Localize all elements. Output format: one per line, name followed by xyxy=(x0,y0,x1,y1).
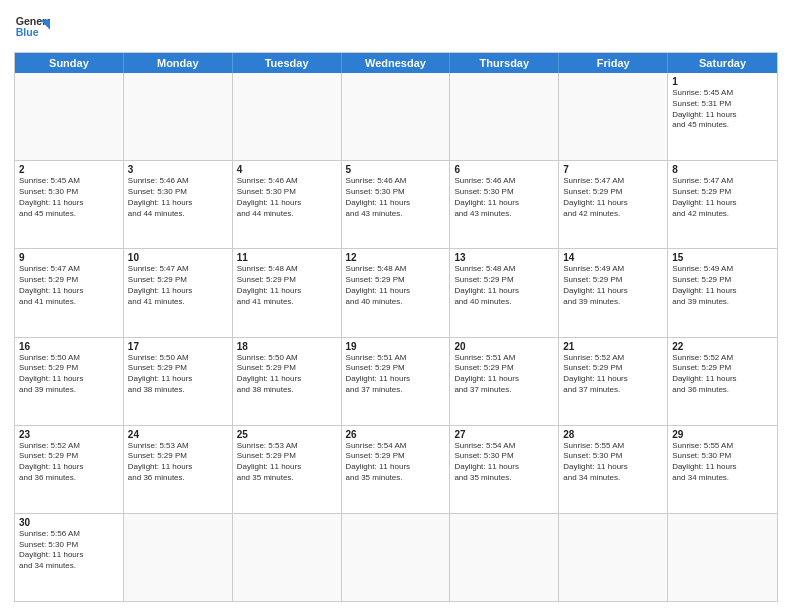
calendar-cell xyxy=(342,73,451,160)
calendar-cell: 2Sunrise: 5:45 AM Sunset: 5:30 PM Daylig… xyxy=(15,161,124,248)
day-info: Sunrise: 5:52 AM Sunset: 5:29 PM Dayligh… xyxy=(19,441,119,484)
weekday-header: Monday xyxy=(124,53,233,73)
calendar-cell: 24Sunrise: 5:53 AM Sunset: 5:29 PM Dayli… xyxy=(124,426,233,513)
day-number: 21 xyxy=(563,341,663,352)
calendar-cell: 25Sunrise: 5:53 AM Sunset: 5:29 PM Dayli… xyxy=(233,426,342,513)
calendar-cell: 18Sunrise: 5:50 AM Sunset: 5:29 PM Dayli… xyxy=(233,338,342,425)
day-number: 5 xyxy=(346,164,446,175)
calendar-cell: 27Sunrise: 5:54 AM Sunset: 5:30 PM Dayli… xyxy=(450,426,559,513)
day-number: 28 xyxy=(563,429,663,440)
day-number: 29 xyxy=(672,429,773,440)
day-info: Sunrise: 5:47 AM Sunset: 5:29 PM Dayligh… xyxy=(128,264,228,307)
calendar-cell: 17Sunrise: 5:50 AM Sunset: 5:29 PM Dayli… xyxy=(124,338,233,425)
calendar-cell xyxy=(124,73,233,160)
day-number: 2 xyxy=(19,164,119,175)
day-number: 24 xyxy=(128,429,228,440)
calendar-cell: 15Sunrise: 5:49 AM Sunset: 5:29 PM Dayli… xyxy=(668,249,777,336)
day-number: 7 xyxy=(563,164,663,175)
calendar-cell: 8Sunrise: 5:47 AM Sunset: 5:29 PM Daylig… xyxy=(668,161,777,248)
day-info: Sunrise: 5:45 AM Sunset: 5:31 PM Dayligh… xyxy=(672,88,773,131)
day-number: 4 xyxy=(237,164,337,175)
calendar-row: 23Sunrise: 5:52 AM Sunset: 5:29 PM Dayli… xyxy=(15,425,777,513)
generalblue-logo-icon: General Blue xyxy=(14,10,50,46)
calendar-row: 2Sunrise: 5:45 AM Sunset: 5:30 PM Daylig… xyxy=(15,160,777,248)
day-info: Sunrise: 5:47 AM Sunset: 5:29 PM Dayligh… xyxy=(672,176,773,219)
calendar-cell xyxy=(450,73,559,160)
day-info: Sunrise: 5:49 AM Sunset: 5:29 PM Dayligh… xyxy=(563,264,663,307)
weekday-header: Wednesday xyxy=(342,53,451,73)
calendar-cell: 7Sunrise: 5:47 AM Sunset: 5:29 PM Daylig… xyxy=(559,161,668,248)
day-number: 27 xyxy=(454,429,554,440)
calendar-row: 30Sunrise: 5:56 AM Sunset: 5:30 PM Dayli… xyxy=(15,513,777,601)
calendar-cell: 11Sunrise: 5:48 AM Sunset: 5:29 PM Dayli… xyxy=(233,249,342,336)
calendar-cell xyxy=(559,514,668,601)
calendar-cell: 14Sunrise: 5:49 AM Sunset: 5:29 PM Dayli… xyxy=(559,249,668,336)
day-info: Sunrise: 5:48 AM Sunset: 5:29 PM Dayligh… xyxy=(237,264,337,307)
calendar-cell xyxy=(668,514,777,601)
day-info: Sunrise: 5:47 AM Sunset: 5:29 PM Dayligh… xyxy=(563,176,663,219)
calendar-cell: 3Sunrise: 5:46 AM Sunset: 5:30 PM Daylig… xyxy=(124,161,233,248)
day-number: 9 xyxy=(19,252,119,263)
calendar-cell: 9Sunrise: 5:47 AM Sunset: 5:29 PM Daylig… xyxy=(15,249,124,336)
calendar: SundayMondayTuesdayWednesdayThursdayFrid… xyxy=(14,52,778,602)
day-info: Sunrise: 5:54 AM Sunset: 5:29 PM Dayligh… xyxy=(346,441,446,484)
logo: General Blue xyxy=(14,10,50,46)
calendar-cell: 12Sunrise: 5:48 AM Sunset: 5:29 PM Dayli… xyxy=(342,249,451,336)
day-info: Sunrise: 5:46 AM Sunset: 5:30 PM Dayligh… xyxy=(346,176,446,219)
calendar-cell: 4Sunrise: 5:46 AM Sunset: 5:30 PM Daylig… xyxy=(233,161,342,248)
calendar-row: 9Sunrise: 5:47 AM Sunset: 5:29 PM Daylig… xyxy=(15,248,777,336)
day-number: 16 xyxy=(19,341,119,352)
calendar-cell: 26Sunrise: 5:54 AM Sunset: 5:29 PM Dayli… xyxy=(342,426,451,513)
calendar-cell: 30Sunrise: 5:56 AM Sunset: 5:30 PM Dayli… xyxy=(15,514,124,601)
weekday-header: Tuesday xyxy=(233,53,342,73)
day-number: 26 xyxy=(346,429,446,440)
calendar-cell xyxy=(124,514,233,601)
day-number: 6 xyxy=(454,164,554,175)
day-info: Sunrise: 5:56 AM Sunset: 5:30 PM Dayligh… xyxy=(19,529,119,572)
day-number: 25 xyxy=(237,429,337,440)
calendar-cell xyxy=(233,73,342,160)
calendar-cell xyxy=(559,73,668,160)
day-info: Sunrise: 5:51 AM Sunset: 5:29 PM Dayligh… xyxy=(454,353,554,396)
calendar-cell: 1Sunrise: 5:45 AM Sunset: 5:31 PM Daylig… xyxy=(668,73,777,160)
day-info: Sunrise: 5:55 AM Sunset: 5:30 PM Dayligh… xyxy=(672,441,773,484)
day-number: 30 xyxy=(19,517,119,528)
calendar-cell xyxy=(233,514,342,601)
day-number: 10 xyxy=(128,252,228,263)
day-number: 22 xyxy=(672,341,773,352)
day-number: 12 xyxy=(346,252,446,263)
day-info: Sunrise: 5:52 AM Sunset: 5:29 PM Dayligh… xyxy=(672,353,773,396)
day-info: Sunrise: 5:53 AM Sunset: 5:29 PM Dayligh… xyxy=(128,441,228,484)
page-header: General Blue xyxy=(14,10,778,46)
day-info: Sunrise: 5:48 AM Sunset: 5:29 PM Dayligh… xyxy=(454,264,554,307)
calendar-cell: 20Sunrise: 5:51 AM Sunset: 5:29 PM Dayli… xyxy=(450,338,559,425)
calendar-cell: 5Sunrise: 5:46 AM Sunset: 5:30 PM Daylig… xyxy=(342,161,451,248)
day-number: 23 xyxy=(19,429,119,440)
calendar-body: 1Sunrise: 5:45 AM Sunset: 5:31 PM Daylig… xyxy=(15,73,777,601)
day-number: 17 xyxy=(128,341,228,352)
day-info: Sunrise: 5:50 AM Sunset: 5:29 PM Dayligh… xyxy=(19,353,119,396)
weekday-header: Saturday xyxy=(668,53,777,73)
calendar-header: SundayMondayTuesdayWednesdayThursdayFrid… xyxy=(15,53,777,73)
day-number: 19 xyxy=(346,341,446,352)
day-number: 3 xyxy=(128,164,228,175)
day-info: Sunrise: 5:49 AM Sunset: 5:29 PM Dayligh… xyxy=(672,264,773,307)
day-info: Sunrise: 5:45 AM Sunset: 5:30 PM Dayligh… xyxy=(19,176,119,219)
day-number: 13 xyxy=(454,252,554,263)
day-number: 11 xyxy=(237,252,337,263)
calendar-cell: 22Sunrise: 5:52 AM Sunset: 5:29 PM Dayli… xyxy=(668,338,777,425)
svg-text:Blue: Blue xyxy=(16,26,39,38)
calendar-cell: 13Sunrise: 5:48 AM Sunset: 5:29 PM Dayli… xyxy=(450,249,559,336)
calendar-cell: 21Sunrise: 5:52 AM Sunset: 5:29 PM Dayli… xyxy=(559,338,668,425)
day-info: Sunrise: 5:51 AM Sunset: 5:29 PM Dayligh… xyxy=(346,353,446,396)
day-info: Sunrise: 5:50 AM Sunset: 5:29 PM Dayligh… xyxy=(128,353,228,396)
day-info: Sunrise: 5:46 AM Sunset: 5:30 PM Dayligh… xyxy=(237,176,337,219)
calendar-cell: 28Sunrise: 5:55 AM Sunset: 5:30 PM Dayli… xyxy=(559,426,668,513)
day-number: 15 xyxy=(672,252,773,263)
day-info: Sunrise: 5:47 AM Sunset: 5:29 PM Dayligh… xyxy=(19,264,119,307)
day-info: Sunrise: 5:50 AM Sunset: 5:29 PM Dayligh… xyxy=(237,353,337,396)
calendar-cell: 6Sunrise: 5:46 AM Sunset: 5:30 PM Daylig… xyxy=(450,161,559,248)
calendar-cell: 23Sunrise: 5:52 AM Sunset: 5:29 PM Dayli… xyxy=(15,426,124,513)
day-number: 20 xyxy=(454,341,554,352)
day-info: Sunrise: 5:46 AM Sunset: 5:30 PM Dayligh… xyxy=(128,176,228,219)
